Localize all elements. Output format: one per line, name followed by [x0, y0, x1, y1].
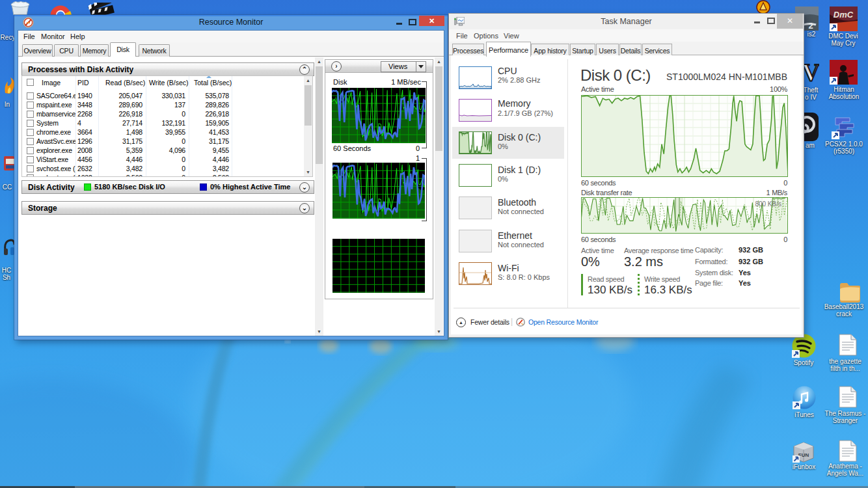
svg-text:800 KB/s: 800 KB/s [755, 200, 781, 208]
svg-text:DmC: DmC [834, 10, 854, 20]
svg-text:2: 2 [808, 21, 813, 31]
svg-text:FUN: FUN [798, 452, 809, 458]
svg-text:V: V [804, 60, 819, 85]
